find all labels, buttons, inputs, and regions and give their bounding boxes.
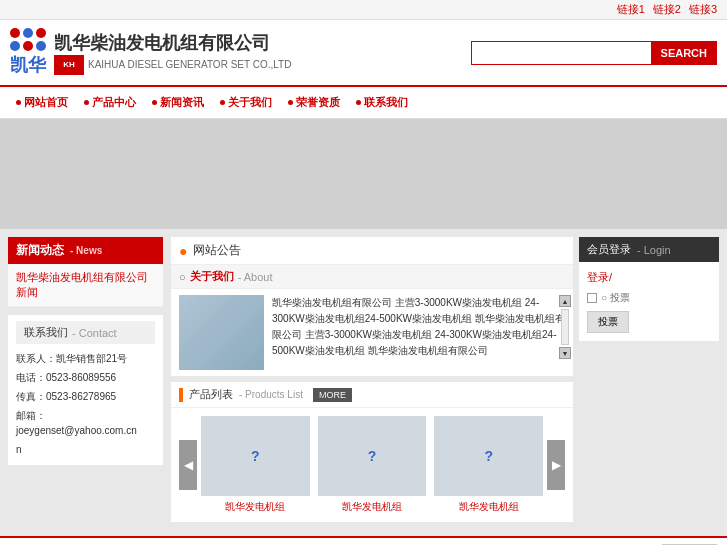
product-icon-1: ?	[251, 448, 260, 464]
products-title: 产品列表	[189, 387, 233, 402]
nav-item-news[interactable]: 新闻资讯	[146, 93, 210, 112]
product-image-1: ?	[201, 416, 310, 496]
nav-label-contact: 联系我们	[364, 95, 408, 110]
contact-fax: 传真：0523-86278965	[16, 387, 155, 406]
contact-extra: n	[16, 440, 155, 459]
nav-item-products[interactable]: 产品中心	[78, 93, 142, 112]
nav-item-contact[interactable]: 联系我们	[350, 93, 414, 112]
about-label-icon: ○	[179, 271, 186, 283]
product-item-2: ? 凯华发电机组	[318, 416, 427, 514]
top-link-3[interactable]: 链接3	[689, 2, 717, 17]
scroll-down-btn[interactable]: ▼	[559, 347, 571, 359]
logo-dot	[10, 41, 20, 51]
brand-cn: 凯华	[10, 53, 50, 77]
contact-title: 联系我们	[24, 325, 68, 340]
slider-prev-btn[interactable]: ◀	[179, 440, 197, 490]
logo-dot	[23, 41, 33, 51]
nav-dot	[16, 100, 21, 105]
about-box: 凯华柴油发电机组有限公司 主营3-3000KW柴油发电机组 24-300KW柴油…	[171, 289, 573, 376]
nav-dot	[152, 100, 157, 105]
contact-section: 联系我们 - Contact 联系人：凯华销售部21号 电话：0523-8608…	[8, 315, 163, 465]
login-link[interactable]: 登录/	[587, 270, 711, 285]
nav-item-honors[interactable]: 荣誉资质	[282, 93, 346, 112]
product-image-2: ?	[318, 416, 427, 496]
about-prefix: - About	[238, 271, 273, 283]
about-sub-header: ○ 关于我们 - About	[171, 265, 573, 289]
contact-person: 联系人：凯华销售部21号	[16, 349, 155, 368]
vote-prefix: ○ 投票	[601, 291, 630, 305]
product-item-3: ? 凯华发电机组	[434, 416, 543, 514]
top-link-2[interactable]: 链接2	[653, 2, 681, 17]
news-sidebar-link[interactable]: 凯华柴油发电机组有限公司新闻	[8, 264, 163, 307]
about-image	[179, 295, 264, 370]
login-section: 会员登录 - Login 登录/ ○ 投票 投票	[579, 237, 719, 341]
nav-label-products: 产品中心	[92, 95, 136, 110]
vote-button[interactable]: 投票	[587, 311, 629, 333]
slider-next-btn[interactable]: ▶	[547, 440, 565, 490]
logo-dot	[36, 41, 46, 51]
nav-dot	[220, 100, 225, 105]
vote-section: ○ 投票	[587, 291, 711, 305]
login-title: 会员登录	[587, 242, 631, 257]
product-image-3: ?	[434, 416, 543, 496]
search-area: SearcH	[471, 41, 717, 65]
header: 凯华 凯华柴油发电机组有限公司 KH KAIHUA DIESEL GENERAT…	[0, 20, 727, 87]
contact-header: 联系我们 - Contact	[16, 321, 155, 344]
product-icon-2: ?	[368, 448, 377, 464]
logo-area: 凯华 凯华柴油发电机组有限公司 KH KAIHUA DIESEL GENERAT…	[10, 28, 291, 77]
top-link-1[interactable]: 链接1	[617, 2, 645, 17]
about-label: 关于我们	[190, 269, 234, 284]
nav-label-honors: 荣誉资质	[296, 95, 340, 110]
vote-checkbox[interactable]	[587, 293, 597, 303]
search-button[interactable]: SearcH	[651, 41, 717, 65]
news-sidebar-section: 新闻动态 - News 凯华柴油发电机组有限公司新闻	[8, 237, 163, 307]
login-subtitle: - Login	[637, 244, 671, 256]
products-slider: ◀ ? 凯华发电机组 ? 凯华发电机组	[171, 408, 573, 522]
scrollbar: ▲ ▼	[559, 295, 571, 359]
news-sidebar-header: 新闻动态 - News	[8, 237, 163, 264]
about-text-area: 凯华柴油发电机组有限公司 主营3-3000KW柴油发电机组 24-300KW柴油…	[272, 295, 565, 359]
main-content: 新闻动态 - News 凯华柴油发电机组有限公司新闻 联系我们 - Contac…	[0, 229, 727, 536]
main-nav: 网站首页 产品中心 新闻资讯 关于我们 荣誉资质 联系我们	[0, 87, 727, 119]
product-icon-3: ?	[484, 448, 493, 464]
products-prefix: - Products List	[239, 389, 303, 400]
logo-dot	[10, 28, 20, 38]
nav-label-news: 新闻资讯	[160, 95, 204, 110]
scroll-up-btn[interactable]: ▲	[559, 295, 571, 307]
footer: © 2008-2009 凯华柴油发电机组有限公司-凯华柴油发电机组有限公司 Al…	[0, 536, 727, 545]
logo-company-en: KAIHUA DIESEL GENERATOR SET CO.,LTD	[88, 59, 291, 70]
contact-email: 邮箱：joeygenset@yahoo.com.cn	[16, 406, 155, 440]
about-text: 凯华柴油发电机组有限公司 主营3-3000KW柴油发电机组 24-300KW柴油…	[272, 295, 565, 359]
sidebar-right: 会员登录 - Login 登录/ ○ 投票 投票	[579, 237, 719, 528]
top-bar: 链接1 链接2 链接3	[0, 0, 727, 20]
sidebar-left: 新闻动态 - News 凯华柴油发电机组有限公司新闻 联系我们 - Contac…	[8, 237, 163, 528]
logo-company-name: 凯华柴油发电机组有限公司	[54, 31, 291, 55]
nav-label-home: 网站首页	[24, 95, 68, 110]
logo-dot	[36, 28, 46, 38]
product-label-3[interactable]: 凯华发电机组	[459, 500, 519, 514]
contact-phone: 电话：0523-86089556	[16, 368, 155, 387]
notice-section: ● 网站公告 ○ 关于我们 - About 凯华柴油发电机组有限公司 主营3-3…	[171, 237, 573, 376]
news-sidebar-subtitle: - News	[70, 245, 102, 256]
banner	[0, 119, 727, 229]
nav-dot	[356, 100, 361, 105]
products-more-btn[interactable]: MORE	[313, 388, 352, 402]
nav-dot	[84, 100, 89, 105]
product-label-2[interactable]: 凯华发电机组	[342, 500, 402, 514]
nav-label-about: 关于我们	[228, 95, 272, 110]
product-item-1: ? 凯华发电机组	[201, 416, 310, 514]
products-header: 产品列表 - Products List MORE	[171, 382, 573, 408]
notice-icon: ●	[179, 243, 187, 259]
nav-item-about[interactable]: 关于我们	[214, 93, 278, 112]
notice-title: 网站公告	[193, 242, 241, 259]
logo-dot	[23, 28, 33, 38]
contact-subtitle: - Contact	[72, 327, 117, 339]
nav-item-home[interactable]: 网站首页	[10, 93, 74, 112]
search-input[interactable]	[471, 41, 651, 65]
login-header: 会员登录 - Login	[579, 237, 719, 262]
product-label-1[interactable]: 凯华发电机组	[225, 500, 285, 514]
login-body: 登录/ ○ 投票 投票	[579, 262, 719, 341]
products-bar	[179, 388, 183, 402]
nav-dot	[288, 100, 293, 105]
news-sidebar-title: 新闻动态	[16, 242, 64, 259]
